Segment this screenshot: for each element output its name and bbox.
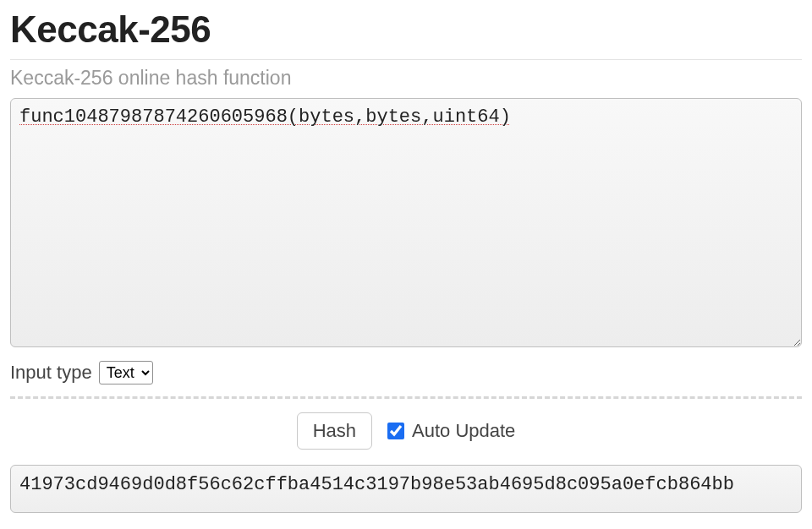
page-subtitle: Keccak-256 online hash function <box>10 67 802 90</box>
hash-output: 41973cd9469d0d8f56c62cffba4514c3197b98e5… <box>10 465 802 513</box>
hash-button[interactable]: Hash <box>297 412 372 450</box>
section-divider <box>10 396 802 399</box>
page-title: Keccak-256 <box>10 8 802 51</box>
input-type-label: Input type <box>10 362 92 384</box>
action-row: Hash Auto Update <box>10 412 802 450</box>
input-type-row: Input type Text <box>10 361 802 384</box>
input-type-select[interactable]: Text <box>99 361 153 384</box>
auto-update-control[interactable]: Auto Update <box>384 420 515 442</box>
auto-update-label: Auto Update <box>412 420 515 442</box>
hash-input-textarea[interactable] <box>10 98 802 347</box>
header-rule <box>10 59 802 60</box>
auto-update-checkbox[interactable] <box>387 423 404 439</box>
